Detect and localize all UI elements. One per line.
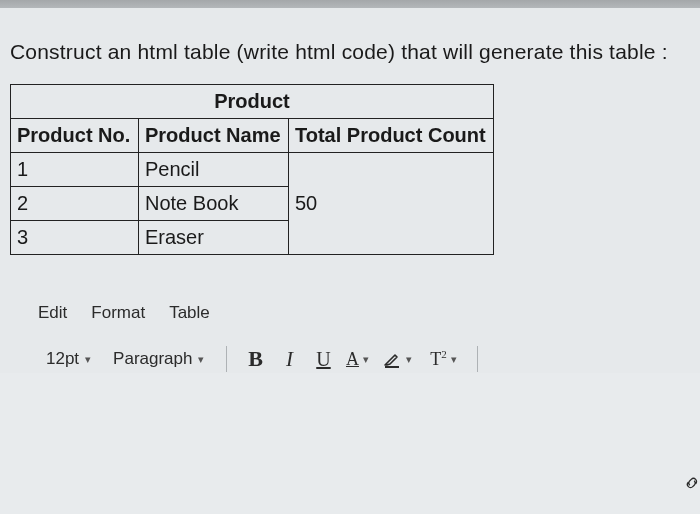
chevron-down-icon: ▾ <box>406 353 412 366</box>
underline-button[interactable]: U <box>309 345 337 373</box>
header-product-no: Product No. <box>11 119 139 153</box>
text-color-button[interactable]: A ▾ <box>343 345 371 373</box>
table-title: Product <box>11 85 494 119</box>
chevron-down-icon: ▾ <box>451 353 457 366</box>
product-table: Product Product No. Product Name Total P… <box>10 84 494 255</box>
font-size-label: 12pt <box>46 349 79 369</box>
header-product-name: Product Name <box>139 119 289 153</box>
menu-format[interactable]: Format <box>91 303 145 323</box>
toolbar-divider <box>226 346 227 372</box>
chevron-down-icon: ▾ <box>198 353 204 366</box>
menu-edit[interactable]: Edit <box>38 303 67 323</box>
header-total-count: Total Product Count <box>289 119 494 153</box>
marker-icon <box>382 349 402 369</box>
block-format-label: Paragraph <box>113 349 192 369</box>
editor-toolbar: 12pt ▾ Paragraph ▾ B I U A ▾ <box>38 345 690 373</box>
italic-button[interactable]: I <box>275 345 303 373</box>
toolbar-divider <box>477 346 478 372</box>
chevron-down-icon: ▾ <box>363 353 369 366</box>
text-color-label: A <box>346 349 359 370</box>
cell-product-no: 3 <box>11 221 139 255</box>
editor-toolbar-area: Edit Format Table 12pt ▾ Paragraph ▾ B I… <box>10 303 690 373</box>
superscript-label: T2 <box>430 348 447 370</box>
cell-product-no: 1 <box>11 153 139 187</box>
question-text: Construct an html table (write html code… <box>10 40 690 64</box>
table-row: 1 Pencil 50 <box>11 153 494 187</box>
highlight-button[interactable]: ▾ <box>377 345 417 373</box>
cell-product-name: Note Book <box>139 187 289 221</box>
editor-menu-bar: Edit Format Table <box>38 303 690 323</box>
block-format-select[interactable]: Paragraph ▾ <box>105 349 212 369</box>
bold-button[interactable]: B <box>241 345 269 373</box>
cell-product-name: Eraser <box>139 221 289 255</box>
superscript-button[interactable]: T2 ▾ <box>423 345 463 373</box>
chevron-down-icon: ▾ <box>85 353 91 366</box>
menu-table[interactable]: Table <box>169 303 210 323</box>
cell-product-name: Pencil <box>139 153 289 187</box>
font-size-select[interactable]: 12pt ▾ <box>38 349 99 369</box>
cell-product-no: 2 <box>11 187 139 221</box>
cell-total-count: 50 <box>289 153 494 255</box>
link-icon[interactable] <box>682 468 700 498</box>
